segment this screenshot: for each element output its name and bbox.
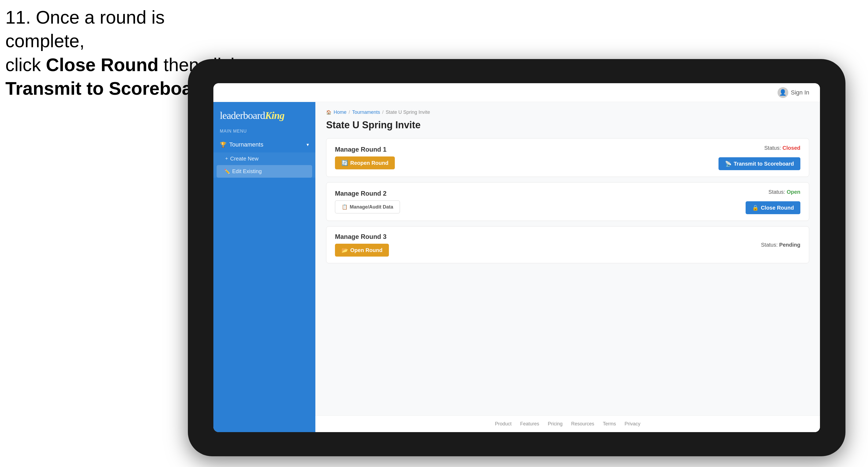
- round-2-status-label: Status:: [768, 189, 785, 195]
- round-2-status: Status: Open 🔒 Close Round: [746, 189, 800, 214]
- round-3-status-label: Status:: [761, 242, 778, 248]
- close-round-label: Close Round: [761, 205, 794, 211]
- edit-icon: ✏️: [224, 168, 230, 175]
- audit-icon: 📋: [342, 204, 348, 210]
- manage-audit-data-button[interactable]: 📋 Manage/Audit Data: [335, 200, 400, 213]
- round-1-status: Status: Closed 📡 Transmit to Scoreboard: [718, 145, 801, 170]
- sidebar-item-tournaments[interactable]: 🏆 Tournaments ▾: [213, 137, 315, 152]
- breadcrumb-sep2: /: [382, 110, 383, 115]
- footer: Product Features Pricing Resources Terms…: [315, 415, 820, 432]
- main-menu-label: MAIN MENU: [213, 127, 315, 137]
- sidebar: leaderboardKing MAIN MENU 🏆 Tournaments …: [213, 102, 315, 432]
- app-logo: leaderboardKing: [220, 110, 309, 121]
- manage-audit-label: Manage/Audit Data: [350, 204, 393, 210]
- transmit-to-scoreboard-button[interactable]: 📡 Transmit to Scoreboard: [718, 157, 801, 170]
- sidebar-item-edit-existing[interactable]: ✏️ Edit Existing: [217, 165, 312, 178]
- home-icon: 🏠: [326, 110, 332, 115]
- user-avatar-icon: 👤: [778, 87, 788, 98]
- page-title: State U Spring Invite: [326, 119, 809, 131]
- breadcrumb-home[interactable]: Home: [334, 110, 346, 115]
- sign-in-label[interactable]: Sign In: [791, 89, 809, 96]
- content-area: 🏠 Home / Tournaments / State U Spring In…: [315, 102, 820, 432]
- open-round-button[interactable]: 📂 Open Round: [335, 244, 389, 257]
- round-1-section: Manage Round 1 🔄 Reopen Round Status: Cl…: [326, 138, 809, 177]
- breadcrumb-sep1: /: [349, 110, 350, 115]
- plus-icon: +: [225, 156, 228, 162]
- round-2-actions: 📋 Manage/Audit Data: [335, 200, 746, 213]
- round-1-status-label: Status:: [764, 145, 781, 151]
- round-3-status: Status: Pending: [747, 242, 800, 248]
- sidebar-submenu: + Create New ✏️ Edit Existing: [213, 152, 315, 178]
- sidebar-tournaments-label: Tournaments: [229, 141, 263, 148]
- instruction-bold2: Transmit to Scoreboard.: [5, 78, 215, 98]
- round-3-title: Manage Round 3: [335, 233, 747, 241]
- breadcrumb-current: State U Spring Invite: [386, 110, 430, 115]
- edit-existing-label: Edit Existing: [232, 168, 262, 175]
- top-bar: 👤 Sign In: [213, 83, 820, 102]
- footer-features[interactable]: Features: [520, 421, 539, 427]
- round-3-status-value: Pending: [779, 242, 800, 248]
- trophy-icon: 🏆: [220, 142, 226, 148]
- sign-in-area[interactable]: 👤 Sign In: [778, 87, 809, 98]
- reopen-round-label: Reopen Round: [350, 160, 389, 166]
- sidebar-item-create-new[interactable]: + Create New: [213, 152, 315, 165]
- instruction-line2: click: [5, 55, 46, 75]
- round-2-title: Manage Round 2: [335, 190, 746, 197]
- round-2-info: Manage Round 2 📋 Manage/Audit Data: [335, 190, 746, 213]
- round-1-status-value: Closed: [782, 145, 800, 151]
- round-3-info: Manage Round 3 📂 Open Round: [335, 233, 747, 257]
- tablet-screen: 👤 Sign In leaderboardKing MAIN MENU 🏆 To…: [213, 83, 820, 432]
- lock-icon: 🔒: [752, 205, 759, 211]
- round-2-section: Manage Round 2 📋 Manage/Audit Data Statu…: [326, 182, 809, 221]
- reopen-icon: 🔄: [341, 160, 348, 166]
- footer-product[interactable]: Product: [495, 421, 512, 427]
- chevron-down-icon: ▾: [307, 142, 309, 148]
- footer-terms[interactable]: Terms: [603, 421, 616, 427]
- footer-pricing[interactable]: Pricing: [548, 421, 563, 427]
- breadcrumb-tournaments[interactable]: Tournaments: [352, 110, 380, 115]
- instruction-bold1: Close Round: [46, 55, 158, 75]
- open-round-label: Open Round: [350, 247, 382, 253]
- main-content: leaderboardKing MAIN MENU 🏆 Tournaments …: [213, 102, 820, 432]
- breadcrumb: 🏠 Home / Tournaments / State U Spring In…: [326, 110, 809, 115]
- round-1-title: Manage Round 1: [335, 146, 718, 153]
- logo-brand: King: [265, 110, 284, 121]
- logo-area: leaderboardKing: [213, 102, 315, 127]
- round-2-status-value: Open: [787, 189, 800, 195]
- round-1-actions: 🔄 Reopen Round: [335, 156, 718, 169]
- footer-privacy[interactable]: Privacy: [625, 421, 641, 427]
- round-3-actions: 📂 Open Round: [335, 244, 747, 257]
- footer-resources[interactable]: Resources: [571, 421, 594, 427]
- instruction-line1: 11. Once a round is complete,: [5, 7, 164, 51]
- folder-icon: 📂: [341, 247, 348, 253]
- reopen-round-button[interactable]: 🔄 Reopen Round: [335, 156, 395, 169]
- transmit-icon: 📡: [725, 160, 732, 167]
- transmit-label: Transmit to Scoreboard: [734, 161, 794, 167]
- create-new-label: Create New: [230, 156, 259, 162]
- close-round-button[interactable]: 🔒 Close Round: [746, 201, 800, 214]
- content-inner: 🏠 Home / Tournaments / State U Spring In…: [315, 102, 820, 415]
- round-1-info: Manage Round 1 🔄 Reopen Round: [335, 146, 718, 169]
- round-3-section: Manage Round 3 📂 Open Round Status: Pend…: [326, 226, 809, 263]
- tablet-device: 👤 Sign In leaderboardKing MAIN MENU 🏆 To…: [188, 59, 845, 456]
